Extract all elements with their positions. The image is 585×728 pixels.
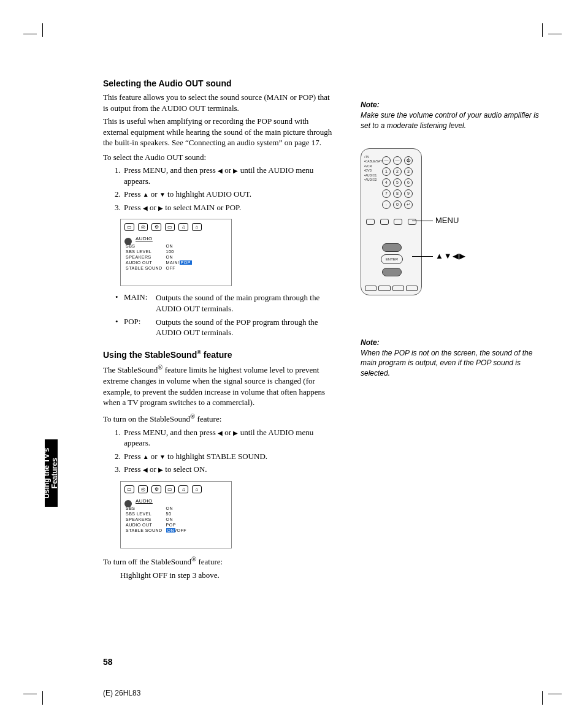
step: Press ▲ or ▼ to highlight AUDIO OUT. bbox=[123, 189, 336, 200]
remote-illustration: •TV •CABLE/SAT •VCR •DVD •AUDIO1 •AUDIO2… bbox=[361, 148, 422, 295]
osd-value: POP bbox=[166, 523, 189, 527]
t: The StableSound bbox=[103, 366, 158, 375]
step: Press ◀ or ▶ to select ON. bbox=[123, 464, 336, 475]
down-arrow-icon: ▼ bbox=[159, 191, 166, 198]
body-text: This feature allows you to select the so… bbox=[103, 92, 336, 113]
left-arrow-icon: ◀ bbox=[143, 466, 148, 473]
body-text: This is useful when amplifying or record… bbox=[103, 116, 336, 148]
osd-label: SBS LEVEL bbox=[126, 249, 165, 254]
t: or bbox=[149, 189, 159, 199]
osd-value: ON bbox=[166, 517, 189, 521]
t: or bbox=[148, 464, 158, 474]
left-arrow-icon: ◀ bbox=[218, 430, 223, 436]
osd-value: ON bbox=[166, 255, 194, 259]
t: Press MENU, and then press bbox=[124, 165, 218, 175]
step: Press ▲ or ▼ to highlight STABLE SOUND. bbox=[123, 451, 336, 462]
t: or bbox=[149, 452, 159, 461]
crop-mark bbox=[540, 23, 562, 45]
bullet: • bbox=[115, 317, 124, 338]
osd-label: SPEAKERS bbox=[126, 517, 165, 521]
note-heading: Note: bbox=[361, 100, 545, 109]
t: to highlight STABLE SOUND. bbox=[166, 452, 267, 461]
crop-mark bbox=[23, 683, 45, 705]
callout-label: MENU bbox=[435, 216, 459, 225]
t: to select MAIN or POP. bbox=[163, 203, 241, 212]
step: Press ◀ or ▶ to select MAIN or POP. bbox=[123, 202, 336, 213]
osd-label: SPEAKERS bbox=[126, 255, 165, 259]
right-arrow-icon: ▶ bbox=[158, 205, 163, 211]
osd-label: SBS bbox=[126, 244, 165, 248]
t: to highlight AUDIO OUT. bbox=[166, 189, 251, 199]
bullet: • bbox=[115, 292, 124, 314]
t: or bbox=[223, 165, 233, 175]
t: Press bbox=[124, 203, 143, 212]
t: feature: bbox=[196, 557, 223, 566]
osd-label: AUDIO OUT bbox=[126, 523, 165, 527]
def-label: POP: bbox=[124, 317, 156, 338]
osd-highlight: ON bbox=[166, 528, 176, 533]
t: Press MENU, and then press bbox=[124, 428, 218, 437]
step: Press MENU, and then press ◀ or ▶ until … bbox=[123, 427, 336, 449]
body-text: The StableSound® feature limits he highe… bbox=[103, 363, 336, 408]
enter-button: ENTER bbox=[381, 254, 403, 264]
t: Press bbox=[124, 464, 143, 474]
section-heading: Using the StableSound® feature bbox=[103, 349, 336, 360]
osd-highlight: POP bbox=[180, 260, 192, 265]
t: feature bbox=[201, 349, 232, 359]
t: or bbox=[223, 428, 233, 437]
osd-value: /OFF bbox=[175, 528, 186, 533]
step: Press MENU, and then press ◀ or ▶ until … bbox=[123, 165, 336, 186]
callout-label: ▲▼◀▶ bbox=[435, 251, 466, 260]
registered-icon: ® bbox=[191, 555, 196, 563]
t: Press bbox=[124, 189, 143, 199]
osd-screenshot: ▭◎⚙▭♫⌂ AUDIO SBSON SBS LEVEL50 SPEAKERSO… bbox=[120, 481, 232, 548]
footer-code: (E) 26HL83 bbox=[103, 689, 140, 697]
section-heading: Selecting the Audio OUT sound bbox=[103, 78, 336, 88]
t: to select ON. bbox=[163, 464, 207, 474]
osd-value: OFF bbox=[166, 266, 194, 270]
osd-label: STABLE SOUND bbox=[126, 266, 165, 270]
instruction-lead: To turn off the StableSound® feature: bbox=[103, 555, 336, 567]
osd-value: 50 bbox=[166, 512, 189, 516]
section-tab: Using the TV's Features bbox=[45, 439, 58, 507]
osd-label: AUDIO OUT bbox=[126, 260, 165, 265]
osd-label: STABLE SOUND bbox=[126, 528, 165, 533]
registered-icon: ® bbox=[197, 349, 201, 355]
t: or bbox=[148, 203, 158, 212]
device-list: •TV •CABLE/SAT •VCR •DVD •AUDIO1 •AUDIO2 bbox=[364, 155, 382, 183]
crop-mark bbox=[23, 23, 45, 45]
t: feature: bbox=[195, 414, 221, 423]
def-desc: Outputs the sound of the POP program thr… bbox=[156, 317, 336, 338]
right-arrow-icon: ▶ bbox=[158, 466, 163, 473]
instruction-lead: To turn on the StableSound® feature: bbox=[103, 412, 336, 425]
osd-value: MAIN/ bbox=[166, 260, 180, 265]
osd-value: ON bbox=[166, 244, 194, 248]
left-arrow-icon: ◀ bbox=[218, 167, 223, 174]
osd-value: ON bbox=[166, 506, 189, 510]
down-arrow-icon: ▼ bbox=[159, 453, 166, 460]
osd-title: AUDIO bbox=[136, 236, 228, 241]
osd-title: AUDIO bbox=[136, 498, 228, 504]
up-arrow-icon: ▲ bbox=[143, 453, 149, 460]
instruction-lead: To select the Audio OUT sound: bbox=[103, 152, 336, 163]
osd-label: SBS bbox=[126, 506, 165, 510]
note-body: When the POP is not on the screen, the s… bbox=[361, 348, 545, 379]
page-number: 58 bbox=[103, 657, 113, 667]
osd-value: 100 bbox=[166, 249, 194, 254]
crop-mark bbox=[540, 683, 562, 705]
note-body: Make sure the volume control of your aud… bbox=[361, 110, 545, 131]
def-desc: Outputs the sound of the main program th… bbox=[156, 292, 336, 314]
left-arrow-icon: ◀ bbox=[143, 205, 148, 211]
def-label: MAIN: bbox=[124, 292, 156, 314]
osd-label: SBS LEVEL bbox=[126, 512, 165, 516]
t: To turn on the StableSound bbox=[103, 414, 190, 423]
t: Press bbox=[124, 452, 143, 461]
osd-screenshot: ▭◎⚙▭♫⌂ AUDIO SBSON SBS LEVEL100 SPEAKERS… bbox=[120, 219, 232, 286]
note-heading: Note: bbox=[361, 338, 545, 347]
t: Using the StableSound bbox=[103, 349, 197, 359]
body-text: Highlight OFF in step 3 above. bbox=[120, 570, 336, 581]
up-arrow-icon: ▲ bbox=[143, 191, 149, 198]
t: To turn off the StableSound bbox=[103, 557, 191, 566]
